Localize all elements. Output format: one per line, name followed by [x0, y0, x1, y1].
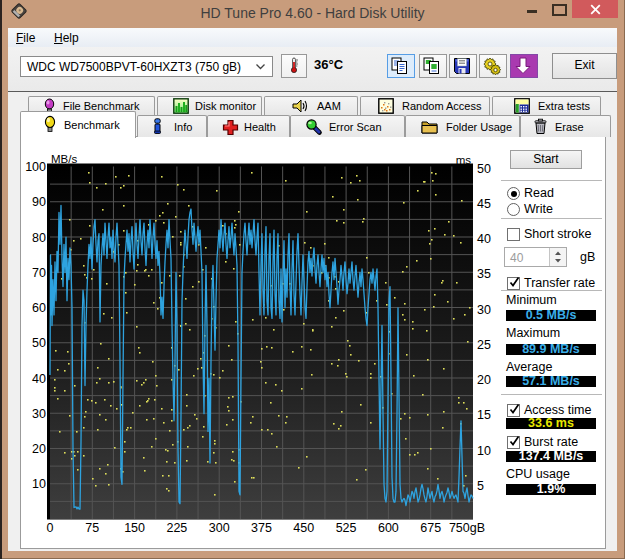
- svg-text:80: 80: [32, 231, 46, 245]
- svg-text:35: 35: [477, 267, 491, 281]
- svg-text:90: 90: [32, 195, 46, 209]
- svg-text:70: 70: [32, 266, 46, 280]
- svg-text:10: 10: [32, 477, 46, 491]
- svg-text:20: 20: [477, 373, 491, 387]
- svg-text:30: 30: [32, 407, 46, 421]
- svg-text:225: 225: [166, 521, 187, 535]
- svg-text:MB/s: MB/s: [51, 153, 77, 165]
- svg-text:0: 0: [47, 521, 54, 535]
- svg-text:600: 600: [378, 521, 399, 535]
- svg-text:75: 75: [85, 521, 99, 535]
- svg-text:60: 60: [32, 301, 46, 315]
- svg-text:40: 40: [32, 372, 46, 386]
- svg-text:150: 150: [124, 521, 145, 535]
- svg-text:450: 450: [293, 521, 314, 535]
- svg-text:750gB: 750gB: [449, 521, 485, 535]
- svg-text:15: 15: [477, 408, 491, 422]
- svg-text:10: 10: [477, 444, 491, 458]
- svg-text:525: 525: [336, 521, 357, 535]
- svg-text:50: 50: [32, 336, 46, 350]
- svg-text:45: 45: [477, 197, 491, 211]
- svg-text:5: 5: [477, 479, 484, 493]
- svg-text:25: 25: [477, 338, 491, 352]
- svg-text:675: 675: [420, 521, 441, 535]
- svg-text:300: 300: [209, 521, 230, 535]
- svg-text:20: 20: [32, 442, 46, 456]
- svg-text:50: 50: [477, 162, 491, 176]
- svg-text:30: 30: [477, 303, 491, 317]
- svg-text:100: 100: [25, 160, 46, 174]
- svg-text:ms: ms: [456, 154, 472, 166]
- svg-text:375: 375: [251, 521, 272, 535]
- svg-text:40: 40: [477, 232, 491, 246]
